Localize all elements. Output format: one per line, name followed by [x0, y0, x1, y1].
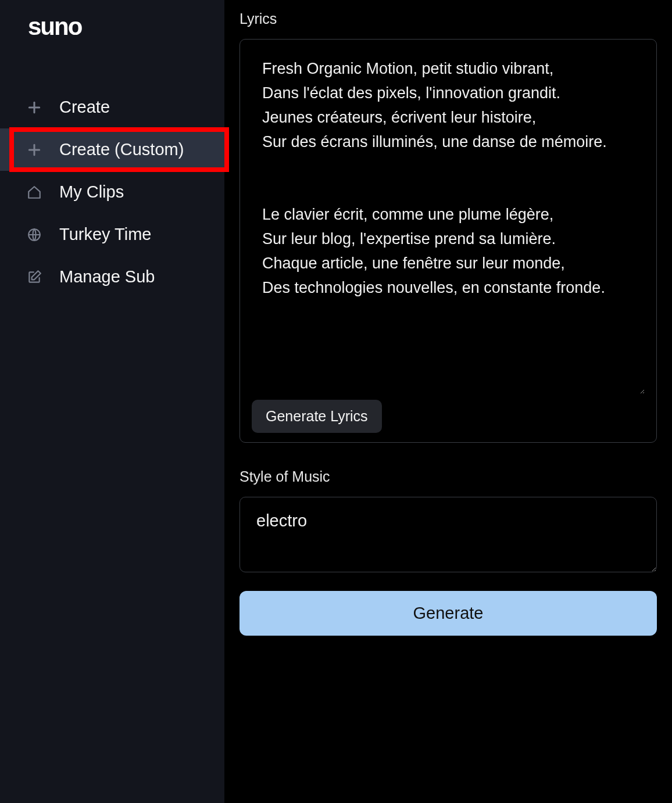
- plus-icon: [26, 99, 43, 116]
- style-input[interactable]: [240, 497, 657, 572]
- home-icon: [26, 184, 43, 201]
- lyrics-textarea[interactable]: [252, 51, 645, 394]
- sidebar-item-label: Manage Sub: [59, 267, 155, 286]
- sidebar-item-label: My Clips: [59, 182, 124, 202]
- sidebar-item-label: Create: [59, 98, 110, 117]
- generate-lyrics-button[interactable]: Generate Lyrics: [252, 400, 382, 433]
- sidebar-item-manage-sub[interactable]: Manage Sub: [0, 256, 224, 298]
- generate-button[interactable]: Generate: [240, 591, 657, 636]
- lyrics-container: Generate Lyrics: [240, 39, 657, 443]
- sidebar-item-create-custom[interactable]: Create (Custom): [0, 128, 224, 171]
- sidebar-item-my-clips[interactable]: My Clips: [0, 171, 224, 213]
- lyrics-label: Lyrics: [240, 10, 657, 27]
- sidebar-item-create[interactable]: Create: [0, 86, 224, 128]
- plus-icon: [26, 141, 43, 159]
- sidebar-item-label: Create (Custom): [59, 140, 184, 159]
- edit-icon: [26, 268, 43, 286]
- logo: suno: [0, 13, 224, 41]
- globe-icon: [26, 226, 43, 243]
- sidebar-item-label: Turkey Time: [59, 225, 151, 244]
- sidebar-item-turkey-time[interactable]: Turkey Time: [0, 213, 224, 256]
- style-label: Style of Music: [240, 468, 657, 485]
- main-panel: Lyrics Generate Lyrics Style of Music Ge…: [224, 0, 672, 803]
- logo-text: suno: [28, 13, 81, 40]
- sidebar: suno Create Create (Custom) My Clips Tur…: [0, 0, 224, 803]
